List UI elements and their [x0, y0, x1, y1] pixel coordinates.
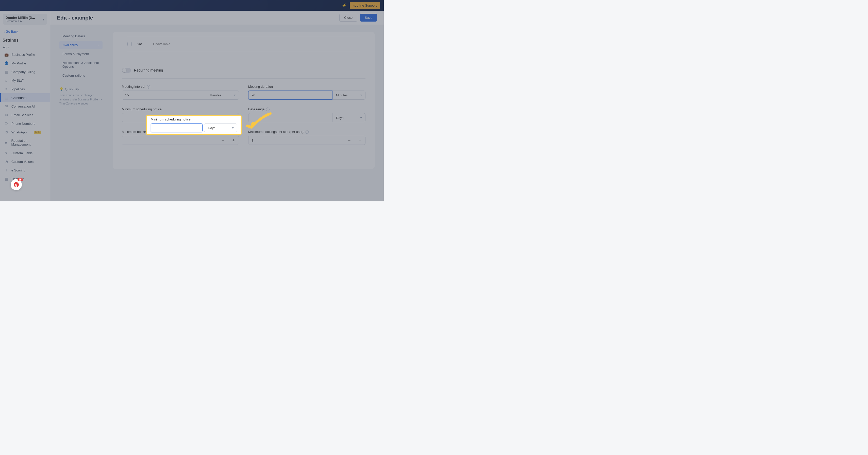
chevron-down-icon: ▾ — [43, 17, 44, 21]
meeting-interval-unit[interactable]: Minutes — [206, 91, 239, 100]
quick-tip-label: Quick Tip — [65, 87, 79, 91]
side-label: WhatsApp — [11, 130, 27, 134]
max-bookings-slot-field: Maximum bookings per slot (per user)i − … — [248, 130, 366, 145]
tab-forms-payment[interactable]: Forms & Payment — [59, 50, 102, 58]
org-name: Dunder Mifflin [D... — [6, 16, 35, 20]
max-per-slot-input[interactable] — [248, 136, 344, 144]
quick-tip-body: Time zones can be changed anytime under … — [59, 93, 102, 106]
page-header: Edit - example Close Save — [50, 11, 384, 25]
sat-checkbox[interactable] — [127, 42, 132, 46]
side-label: Pipelines — [11, 87, 25, 91]
support-brand: topline — [353, 4, 364, 7]
field-label-text: Meeting duration — [248, 85, 366, 89]
recurring-row: Recurring meeting — [122, 62, 366, 78]
recurring-toggle[interactable] — [122, 68, 131, 73]
staff-icon: ⌂ — [4, 78, 8, 83]
chat-icon: ✉ — [4, 104, 8, 108]
go-back-label: Go Back — [6, 30, 18, 33]
info-icon[interactable]: i — [266, 107, 270, 111]
chevron-right-icon: › — [98, 43, 99, 47]
quick-tip: 💡Quick Tip Time zones can be changed any… — [59, 87, 102, 106]
side-label: Company Billing — [11, 70, 35, 74]
top-banner: ⚡ topline Support — [0, 0, 384, 11]
side-item-company-billing[interactable]: ▦Company Billing — [0, 67, 50, 76]
side-label: Conversation AI — [11, 104, 35, 108]
save-button[interactable]: Save — [360, 14, 377, 22]
side-item-whatsapp[interactable]: ✆WhatsApp beta — [0, 128, 50, 136]
side-item-conversation-ai[interactable]: ✉Conversation AI — [0, 102, 50, 110]
meeting-duration-field: Meeting duration Minutes — [248, 85, 366, 100]
org-sub: Scranton, PA — [6, 20, 35, 23]
increment-button[interactable]: + — [228, 136, 239, 144]
close-button[interactable]: Close — [339, 14, 358, 22]
recurring-label: Recurring meeting — [134, 68, 163, 72]
sidebar: Dunder Mifflin [D... Scranton, PA ▾ ‹ Go… — [0, 11, 50, 201]
side-item-custom-fields[interactable]: ✎Custom Fields — [0, 149, 50, 157]
settings-title: Settings — [0, 35, 50, 44]
min-notice-input[interactable] — [151, 123, 203, 132]
meeting-interval-input[interactable] — [122, 91, 206, 100]
side-label: My Profile — [11, 61, 26, 65]
side-label: Business Profile — [11, 53, 35, 57]
date-range-unit[interactable]: Days — [333, 113, 366, 122]
side-label: My Staff — [11, 78, 23, 83]
guru-widget[interactable]: g 75 — [11, 179, 22, 190]
side-item-calendars[interactable]: ▤Calendars — [0, 93, 50, 102]
info-icon[interactable]: i — [147, 85, 150, 89]
side-item-email-services[interactable]: ✉Email Services — [0, 110, 50, 119]
info-icon[interactable]: i — [305, 130, 309, 134]
tab-availability[interactable]: Availability› — [59, 41, 102, 49]
side-item-scoring[interactable]: ⤴e Scoring — [0, 166, 50, 174]
meeting-duration-input[interactable] — [248, 91, 333, 100]
guru-badge: 75 — [18, 178, 23, 181]
tab-meeting-details[interactable]: Meeting Details — [59, 32, 102, 40]
side-label: Phone Numbers — [11, 122, 35, 126]
decrement-button[interactable]: − — [218, 136, 228, 144]
field-label-text: Meeting interval — [122, 85, 145, 89]
min-notice-unit[interactable]: Days — [204, 123, 237, 132]
side-item-domains[interactable]: ▤Domains — [0, 174, 50, 183]
side-item-reputation[interactable]: ★Reputation Management — [0, 136, 50, 149]
top-banner-right: ⚡ topline Support — [342, 2, 380, 9]
guru-icon: g — [13, 182, 19, 188]
side-item-business-profile[interactable]: 💼Business Profile — [0, 50, 50, 59]
sat-label: Sat — [137, 42, 148, 46]
org-switcher[interactable]: Dunder Mifflin [D... Scranton, PA ▾ — [3, 14, 47, 25]
max-per-day-input[interactable] — [122, 136, 218, 144]
side-label: Custom Fields — [11, 151, 32, 155]
whatsapp-icon: ✆ — [4, 130, 8, 134]
user-icon: 👤 — [4, 61, 8, 65]
side-item-my-staff[interactable]: ⌂My Staff — [0, 76, 50, 85]
meeting-duration-unit[interactable]: Minutes — [333, 91, 366, 100]
increment-button[interactable]: + — [354, 136, 365, 144]
support-label: Support — [364, 4, 377, 7]
tab-customizations[interactable]: Customizations — [59, 71, 102, 79]
side-item-phone-numbers[interactable]: ✆Phone Numbers — [0, 119, 50, 128]
date-range-field: Date rangei Days — [248, 107, 366, 122]
sat-status: Unavailable — [153, 42, 170, 46]
side-item-my-profile[interactable]: 👤My Profile — [0, 59, 50, 67]
field-label-text: Minimum scheduling notice — [122, 107, 239, 111]
page-title: Edit - example — [57, 15, 93, 21]
briefcase-icon: 💼 — [4, 53, 8, 57]
date-range-input[interactable] — [248, 113, 333, 122]
side-label: Calendars — [11, 96, 26, 100]
support-button[interactable]: topline Support — [350, 2, 380, 9]
side-label: e Scoring — [11, 168, 25, 172]
availability-row-sat: Sat Unavailable — [127, 36, 360, 52]
min-notice-label: Minimum scheduling notice — [151, 118, 237, 121]
chevron-left-icon: ‹ — [4, 30, 5, 33]
lightbulb-icon: 💡 — [59, 87, 63, 91]
decrement-button[interactable]: − — [344, 136, 354, 144]
svg-text:g: g — [15, 183, 18, 187]
tab-notifications[interactable]: Notifications & Additional Options — [59, 59, 102, 71]
side-label: Custom Values — [11, 160, 33, 164]
side-item-pipelines[interactable]: ≡Pipelines — [0, 85, 50, 93]
go-back[interactable]: ‹ Go Back — [0, 28, 50, 35]
section-apps-label: Apps — [0, 44, 50, 50]
star-icon: ★ — [4, 140, 8, 144]
phone-icon: ✆ — [4, 122, 8, 126]
calendar-icon: ▤ — [4, 96, 8, 100]
tab-label: Availability — [62, 43, 78, 47]
side-item-custom-values[interactable]: ◔Custom Values — [0, 157, 50, 166]
